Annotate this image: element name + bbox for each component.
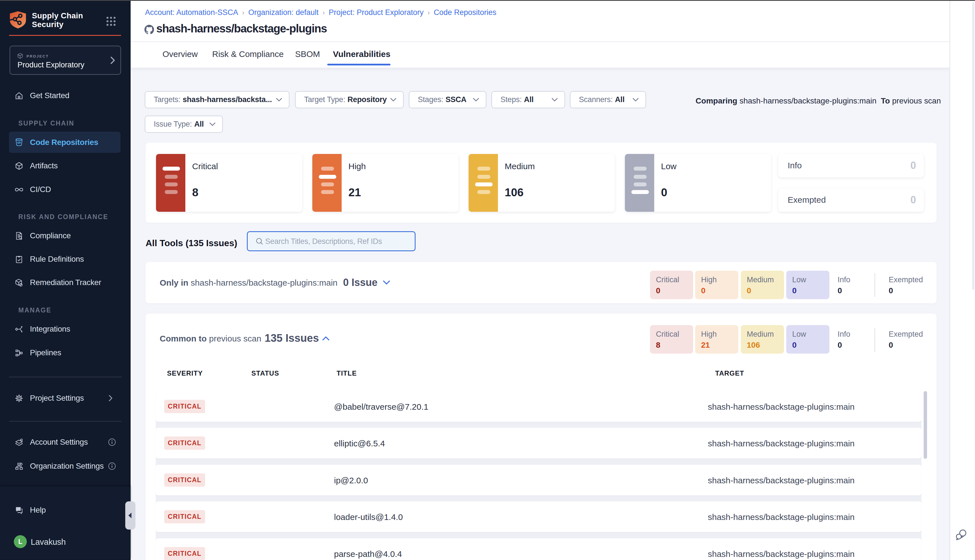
svg-text:?: ? bbox=[17, 507, 19, 510]
